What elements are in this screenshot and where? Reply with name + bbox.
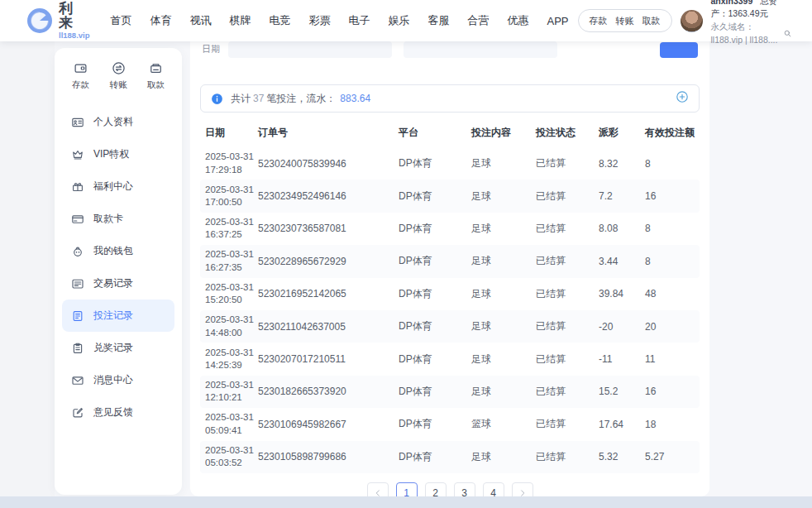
date-value: 2025-03-31 — [205, 281, 258, 295]
nav-item[interactable]: 优惠 — [499, 13, 538, 28]
nav-item[interactable]: 首页 — [102, 13, 141, 28]
sidebar-item-label: 取款卡 — [93, 212, 123, 226]
cell-status: 已结算 — [536, 156, 599, 170]
cell-platform: DP体育 — [399, 417, 471, 431]
wallet-action-button[interactable]: 转账 — [616, 15, 634, 27]
nav-item[interactable]: 客服 — [419, 13, 459, 28]
sidebar-item[interactable]: 我的钱包 — [62, 235, 174, 267]
filter-date-label: 日期 — [202, 43, 220, 58]
feedback-icon — [71, 406, 84, 419]
cell-valid-amount: 8 — [645, 223, 695, 234]
date-value: 2025-03-31 — [205, 379, 258, 392]
cell-order: 5230234952496146 — [258, 190, 399, 202]
summary-bar: 共计37笔投注，流水：883.64 — [200, 84, 700, 113]
date-value: 2025-03-31 — [205, 444, 258, 458]
sidebar-item[interactable]: 福利中心 — [62, 170, 174, 203]
nav-item[interactable]: 彩票 — [300, 13, 340, 28]
cell-content: 足球 — [471, 319, 536, 333]
nav-item[interactable]: 电竞 — [260, 13, 300, 28]
column-header: 派彩 — [599, 126, 645, 140]
cell-date: 2025-03-3112:10:21 — [205, 379, 258, 405]
table-row: 2025-03-3105:03:525230105898799686DP体育足球… — [200, 441, 700, 473]
nav-item[interactable]: 合营 — [459, 13, 499, 28]
nav-item[interactable]: 棋牌 — [221, 13, 260, 28]
cell-platform: DP体育 — [399, 254, 471, 268]
date-value: 2025-03-31 — [205, 248, 258, 261]
date-value: 2025-03-31 — [205, 314, 258, 327]
time-value: 05:09:41 — [205, 424, 258, 438]
cell-content: 足球 — [471, 385, 536, 399]
username[interactable]: anxin3399 — [711, 0, 753, 6]
nav-item[interactable]: 娱乐 — [380, 13, 419, 28]
cell-payout: 8.32 — [599, 158, 645, 170]
sidebar-item-label: 意见反馈 — [93, 405, 133, 419]
search-icon[interactable] — [783, 29, 792, 38]
nav-item[interactable]: APP — [538, 15, 578, 27]
cell-valid-amount: 16 — [645, 190, 695, 202]
cell-content: 足球 — [471, 450, 536, 464]
date-range-input[interactable] — [228, 41, 392, 58]
main-nav: 首页体育视讯棋牌电竞彩票电子娱乐客服合营优惠APP — [102, 13, 578, 28]
page-background — [0, 41, 55, 508]
quick-action[interactable]: 存款 — [72, 61, 89, 91]
time-value: 14:25:39 — [205, 359, 258, 372]
nav-item[interactable]: 视讯 — [181, 13, 221, 28]
top-nav-bar: 利来 ll188.vip 首页体育视讯棋牌电竞彩票电子娱乐客服合营优惠APP 存… — [0, 0, 812, 41]
sidebar-item[interactable]: 取款卡 — [62, 203, 174, 235]
sidebar-item[interactable]: 个人资料 — [62, 106, 174, 138]
table-row: 2025-03-3117:29:185230240075839946DP体育足球… — [200, 147, 700, 180]
quick-action[interactable]: 转账 — [110, 61, 127, 91]
time-value: 16:27:35 — [205, 261, 258, 275]
nav-item[interactable]: 电子 — [340, 13, 380, 28]
quick-action-label: 存款 — [72, 79, 89, 91]
welfare-icon — [71, 180, 84, 194]
quick-action-label: 取款 — [147, 79, 165, 91]
cell-date: 2025-03-3105:09:41 — [205, 411, 258, 437]
quick-action[interactable]: 取款 — [147, 61, 165, 91]
avatar[interactable] — [681, 10, 703, 32]
cell-status: 已结算 — [536, 222, 599, 236]
cell-order: 5230106945982667 — [258, 419, 399, 430]
cell-platform: DP体育 — [399, 319, 471, 333]
cell-order: 5230228965672929 — [258, 256, 399, 267]
table-row: 2025-03-3117:00:505230234952496146DP体育足球… — [200, 180, 700, 212]
date-value: 2025-03-31 — [205, 216, 258, 229]
column-header: 日期 — [205, 126, 258, 140]
expand-button[interactable] — [676, 90, 689, 107]
sidebar: 存款转账取款 个人资料VIP特权福利中心取款卡我的钱包交易记录投注记录兑奖记录消… — [55, 48, 182, 495]
table-row: 2025-03-3114:48:005230211042637005DP体育足球… — [200, 310, 700, 343]
redeem-icon — [71, 342, 84, 355]
cell-content: 足球 — [471, 352, 536, 367]
date-preset-tabs[interactable] — [404, 41, 557, 58]
cell-status: 已结算 — [536, 189, 599, 204]
cell-valid-amount: 5.27 — [645, 451, 695, 462]
date-value: 2025-03-31 — [205, 411, 258, 424]
sidebar-item[interactable]: 交易记录 — [62, 267, 174, 300]
cell-payout: 17.64 — [599, 419, 645, 430]
logo[interactable]: 利来 ll188.vip — [26, 2, 90, 40]
sidebar-item[interactable]: VIP特权 — [62, 138, 174, 170]
cell-date: 2025-03-3115:20:50 — [205, 281, 258, 307]
sidebar-item[interactable]: 投注记录 — [62, 300, 174, 332]
wallet-action-button[interactable]: 取款 — [642, 15, 661, 27]
logo-title: 利来 — [59, 2, 90, 30]
withdraw-icon — [149, 61, 163, 75]
cell-payout: 8.08 — [599, 223, 645, 234]
nav-item[interactable]: 体育 — [141, 13, 181, 28]
cell-date: 2025-03-3116:27:35 — [205, 248, 258, 274]
cell-payout: 3.44 — [599, 256, 645, 267]
vip-icon — [71, 148, 84, 161]
cell-status: 已结算 — [536, 287, 599, 301]
sidebar-item[interactable]: 意见反馈 — [62, 396, 174, 429]
cell-order: 5230240075839946 — [258, 158, 399, 170]
cell-date: 2025-03-3117:00:50 — [205, 184, 258, 209]
cell-order: 5230216952142065 — [258, 288, 399, 300]
date-value: 2025-03-31 — [205, 151, 258, 164]
sidebar-menu: 个人资料VIP特权福利中心取款卡我的钱包交易记录投注记录兑奖记录消息中心意见反馈 — [55, 98, 182, 429]
cell-date: 2025-03-3117:29:18 — [205, 151, 258, 176]
sidebar-item[interactable]: 兑奖记录 — [62, 332, 174, 364]
wallet-action-button[interactable]: 存款 — [590, 15, 608, 27]
cell-content: 足球 — [471, 222, 536, 236]
sidebar-item[interactable]: 消息中心 — [62, 364, 174, 396]
bank-card-icon — [71, 213, 84, 226]
